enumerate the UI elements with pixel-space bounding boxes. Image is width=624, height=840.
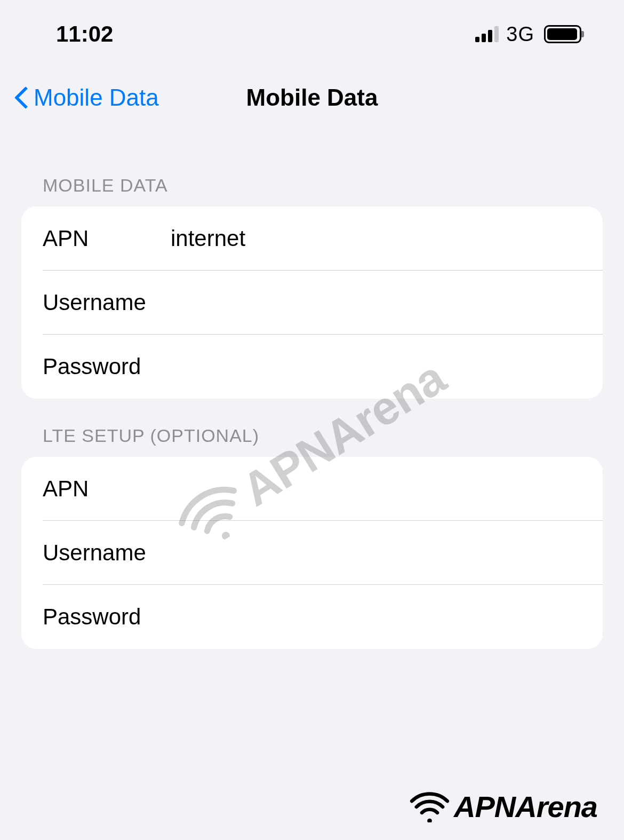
input-lte-password[interactable] xyxy=(171,604,581,630)
label-apn: APN xyxy=(43,226,171,251)
page-title: Mobile Data xyxy=(246,84,378,111)
watermark-bottom: APNArena xyxy=(410,789,597,824)
status-time: 11:02 xyxy=(56,21,113,47)
label-username: Username xyxy=(43,290,171,315)
signal-icon xyxy=(475,26,499,42)
back-button[interactable]: Mobile Data xyxy=(13,84,159,111)
back-label: Mobile Data xyxy=(34,84,159,111)
row-lte-password[interactable]: Password xyxy=(21,585,603,649)
row-password[interactable]: Password xyxy=(21,335,603,399)
watermark-text: APNArena xyxy=(454,789,597,824)
row-apn[interactable]: APN xyxy=(21,207,603,271)
input-apn[interactable] xyxy=(171,226,581,251)
input-lte-username[interactable] xyxy=(171,540,581,566)
input-password[interactable] xyxy=(171,354,581,379)
section-header-mobile-data: MOBILE DATA xyxy=(0,148,624,207)
row-lte-username[interactable]: Username xyxy=(21,521,603,585)
network-type: 3G xyxy=(506,23,534,46)
row-username[interactable]: Username xyxy=(21,271,603,335)
input-username[interactable] xyxy=(171,290,581,315)
chevron-back-icon xyxy=(13,85,29,110)
status-bar: 11:02 3G xyxy=(0,0,624,58)
input-lte-apn[interactable] xyxy=(171,476,581,502)
wifi-icon xyxy=(410,791,450,822)
navigation-bar: Mobile Data Mobile Data xyxy=(0,58,624,148)
section-lte: APN Username Password xyxy=(21,457,603,649)
status-indicators: 3G xyxy=(475,23,581,46)
row-lte-apn[interactable]: APN xyxy=(21,457,603,521)
label-lte-apn: APN xyxy=(43,476,171,502)
label-password: Password xyxy=(43,354,171,379)
label-lte-username: Username xyxy=(43,540,171,566)
battery-icon xyxy=(544,25,581,43)
section-mobile-data: APN Username Password xyxy=(21,207,603,399)
section-header-lte: LTE SETUP (OPTIONAL) xyxy=(0,399,624,457)
label-lte-password: Password xyxy=(43,604,171,630)
